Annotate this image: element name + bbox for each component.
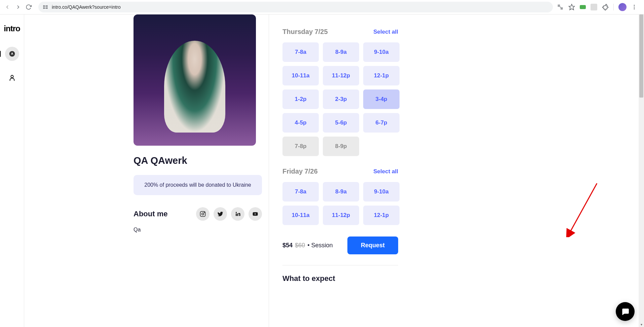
svg-point-3 (46, 8, 47, 9)
refresh-button[interactable] (26, 4, 32, 10)
request-button[interactable]: Request (347, 237, 398, 254)
time-slot: 7-8p (282, 137, 319, 156)
svg-point-9 (11, 75, 13, 78)
price-separator: • (307, 242, 309, 249)
camera-icon[interactable] (580, 5, 586, 9)
donation-banner: 200% of proceeds will be donated to Ukra… (134, 175, 262, 195)
svg-point-12 (204, 212, 205, 213)
extension-icon-1[interactable] (591, 4, 597, 10)
time-slot[interactable]: 11-12p (323, 66, 359, 85)
about-heading: About me (134, 210, 167, 218)
scrollbar[interactable]: ▴ ▾ (639, 14, 644, 327)
time-slot[interactable]: 4-5p (282, 113, 319, 133)
profile-column: QA QAwerk 200% of proceeds will be donat… (24, 14, 269, 327)
svg-point-2 (43, 8, 44, 9)
select-all-link[interactable]: Select all (373, 168, 398, 175)
youtube-icon[interactable] (249, 207, 262, 221)
time-slot[interactable]: 6-7p (363, 113, 400, 133)
time-slot[interactable]: 12-1p (363, 66, 400, 85)
slots-grid: 7-8a8-9a9-10a10-11a11-12p12-1p1-2p2-3p3-… (282, 42, 398, 156)
booking-column: Thursday 7/25Select all7-8a8-9a9-10a10-1… (269, 14, 639, 327)
time-slot[interactable]: 3-4p (363, 89, 400, 109)
time-slot[interactable]: 10-11a (282, 66, 319, 85)
time-slot[interactable]: 9-10a (363, 42, 400, 62)
profile-name: QA QAwerk (134, 155, 262, 166)
browser-menu-icon[interactable] (631, 4, 637, 10)
time-slot: 8-9p (323, 137, 359, 156)
sidebar-nav-button[interactable] (5, 47, 19, 61)
about-text: Qa (134, 227, 262, 233)
back-button[interactable] (4, 4, 11, 10)
price-amount: $54 (282, 242, 293, 249)
instagram-icon[interactable] (196, 207, 210, 221)
forward-button[interactable] (15, 4, 22, 10)
svg-point-7 (634, 8, 635, 9)
scrollbar-thumb[interactable] (639, 14, 643, 98)
time-slot[interactable]: 9-10a (363, 182, 400, 202)
bookmark-star-icon[interactable] (568, 4, 575, 10)
svg-point-6 (634, 7, 635, 8)
browser-chrome: intro.co/QAQAwerk?source=intro (0, 0, 644, 14)
expect-heading: What to expect (282, 274, 625, 283)
price-suffix: Session (311, 242, 333, 249)
day-label: Friday 7/26 (282, 168, 318, 175)
profile-avatar[interactable] (618, 3, 627, 11)
time-slot[interactable]: 8-9a (323, 182, 359, 202)
sidebar-profile-icon[interactable] (8, 74, 16, 83)
social-links (196, 207, 262, 221)
time-slot[interactable]: 12-1p (363, 206, 400, 225)
address-bar[interactable]: intro.co/QAQAwerk?source=intro (38, 2, 553, 12)
extensions-icon[interactable] (602, 4, 609, 10)
svg-point-5 (634, 5, 635, 6)
price-bar: $54 $60 • Session Request (282, 237, 398, 254)
time-slot[interactable]: 1-2p (282, 89, 319, 109)
time-slot[interactable]: 7-8a (282, 182, 319, 202)
profile-image (134, 14, 256, 146)
sidebar: intro (0, 14, 24, 327)
svg-marker-4 (569, 4, 575, 10)
slots-grid: 7-8a8-9a9-10a10-11a11-12p12-1p (282, 182, 398, 225)
url-text: intro.co/QAQAwerk?source=intro (52, 4, 121, 10)
translate-icon[interactable] (557, 4, 564, 10)
time-slot[interactable]: 7-8a (282, 42, 319, 62)
time-slot[interactable]: 10-11a (282, 206, 319, 225)
scroll-down-icon[interactable]: ▾ (639, 322, 644, 327)
svg-point-11 (202, 213, 204, 215)
time-slot[interactable]: 5-6p (323, 113, 359, 133)
svg-point-1 (46, 6, 47, 7)
select-all-link[interactable]: Select all (373, 29, 398, 35)
time-slot[interactable]: 11-12p (323, 206, 359, 225)
divider (282, 265, 398, 265)
svg-point-0 (43, 6, 44, 7)
time-slot[interactable]: 2-3p (323, 89, 359, 109)
logo[interactable]: intro (4, 24, 20, 33)
twitter-icon[interactable] (214, 207, 227, 221)
chat-widget[interactable] (616, 302, 635, 321)
time-slot[interactable]: 8-9a (323, 42, 359, 62)
browser-actions (557, 3, 637, 11)
price-original: $60 (295, 242, 305, 249)
browser-divider (613, 4, 614, 10)
price-text: $54 $60 • Session (282, 242, 333, 249)
day-label: Thursday 7/25 (282, 28, 328, 36)
linkedin-icon[interactable] (231, 207, 244, 221)
site-settings-icon (42, 4, 48, 10)
